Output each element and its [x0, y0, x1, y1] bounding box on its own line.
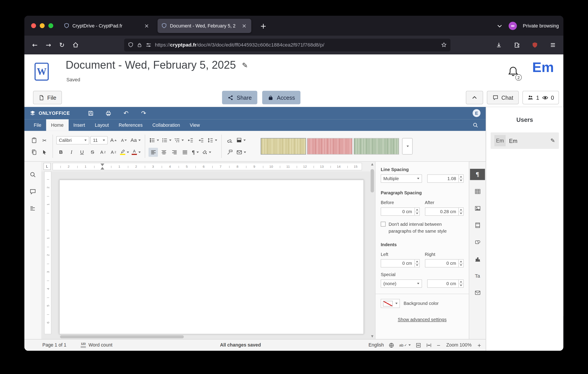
line-spacing-select[interactable]: Multiple [381, 174, 422, 183]
permissions-icon[interactable] [146, 42, 152, 48]
scroll-up-arrow[interactable]: ▲ [371, 162, 373, 166]
ublock-icon[interactable] [528, 39, 542, 52]
forward-icon[interactable]: → [42, 39, 55, 52]
underline-button[interactable]: U [77, 147, 87, 157]
justify-button[interactable] [180, 147, 189, 157]
tab-close-icon[interactable]: × [241, 22, 247, 29]
tracking-shield-icon[interactable] [128, 42, 133, 48]
cut-button[interactable]: ✂ [40, 135, 49, 145]
spellcheck-button[interactable]: ab ✓ [399, 343, 411, 347]
menu-tab-collaboration[interactable]: Collaboration [147, 119, 185, 131]
redo-icon[interactable]: ↷ [139, 109, 148, 118]
print-icon[interactable] [104, 109, 113, 118]
multilevel-list-button[interactable] [173, 135, 185, 145]
style-preview-heading[interactable] [354, 138, 399, 154]
indent-right-spinner[interactable]: 0 cm [425, 259, 463, 267]
editor-search-icon[interactable] [470, 119, 481, 131]
tab-cryptdrive[interactable]: CryptDrive - CryptPad.fr × [60, 19, 154, 33]
fit-width-button[interactable] [426, 342, 431, 348]
menu-tab-insert[interactable]: Insert [68, 119, 90, 131]
copy-button[interactable] [29, 147, 39, 157]
paragraph-shading-button[interactable] [201, 147, 212, 157]
edit-name-pencil-icon[interactable]: ✎ [550, 137, 555, 144]
list-tabs-chevron-icon[interactable] [496, 23, 503, 29]
globe-icon[interactable] [389, 342, 394, 348]
increase-font-button[interactable]: A [109, 135, 118, 145]
textart-settings-icon[interactable]: Ta [470, 270, 485, 281]
user-list-item[interactable]: Em Em ✎ [491, 133, 559, 149]
v-ruler[interactable]: 12123456 [44, 171, 51, 334]
special-indent-spinner[interactable]: 0 cm [427, 279, 463, 288]
h-ruler[interactable]: 12123456789101112131415 [52, 163, 362, 170]
line-spacing-button[interactable] [207, 135, 218, 145]
rename-pencil-icon[interactable]: ✎ [242, 61, 248, 69]
notifications-bell[interactable]: 2 [508, 66, 520, 79]
collapse-toolbar-button[interactable] [466, 91, 483, 104]
undo-icon[interactable]: ↶ [121, 109, 131, 118]
first-line-indent-marker[interactable] [101, 164, 104, 166]
horizontal-scroll-thumb[interactable] [60, 335, 184, 339]
page-indicator[interactable]: Page 1 of 1 [42, 343, 66, 348]
special-indent-select[interactable]: (none) [381, 279, 422, 288]
access-button[interactable]: Access [262, 91, 300, 104]
strikethrough-button[interactable]: S [88, 147, 97, 157]
show-advanced-settings-link[interactable]: Show advanced settings [381, 317, 463, 322]
change-case-button[interactable]: Aa [130, 135, 141, 145]
lock-icon[interactable] [137, 42, 142, 47]
menu-tab-view[interactable]: View [185, 119, 205, 131]
bookmark-star-icon[interactable] [441, 42, 447, 48]
superscript-button[interactable]: A2 [98, 147, 108, 157]
highlight-color-button[interactable] [119, 147, 130, 157]
clear-style-button[interactable] [225, 135, 234, 145]
no-interval-option[interactable]: Don't add interval between paragraphs of… [381, 221, 463, 234]
font-name-select[interactable]: Calibri [56, 136, 89, 144]
chart-settings-icon[interactable] [470, 253, 485, 265]
back-icon[interactable]: ← [28, 39, 42, 52]
zoom-in-button[interactable]: + [477, 342, 481, 348]
maximize-window-button[interactable] [48, 23, 53, 28]
decrease-font-button[interactable]: A [119, 135, 128, 145]
menu-tab-file[interactable]: File [29, 119, 46, 131]
downloads-icon[interactable] [492, 39, 505, 52]
tab-close-icon[interactable]: × [143, 22, 150, 29]
menu-tab-home[interactable]: Home [46, 119, 68, 131]
indent-left-spinner[interactable]: 0 cm [381, 259, 420, 267]
find-search-icon[interactable] [26, 169, 40, 180]
fit-page-button[interactable] [416, 342, 421, 348]
shape-settings-icon[interactable] [470, 236, 485, 248]
home-icon[interactable] [69, 39, 82, 52]
document-page[interactable] [59, 180, 364, 334]
paragraph-settings-icon[interactable]: ¶ [470, 169, 485, 180]
font-color-button[interactable]: A [131, 147, 141, 157]
left-indent-marker[interactable] [101, 167, 104, 169]
navigation-headings-icon[interactable] [26, 203, 40, 214]
menu-tab-layout[interactable]: Layout [90, 119, 114, 131]
vertical-scrollbar[interactable]: ▲ ▼ [370, 162, 375, 338]
style-preview-normal[interactable] [261, 138, 306, 154]
background-color-picker[interactable] [381, 299, 400, 308]
menu-tab-references[interactable]: References [114, 119, 147, 131]
paste-button[interactable] [29, 135, 39, 145]
minimize-window-button[interactable] [40, 23, 44, 28]
align-left-button[interactable] [148, 147, 158, 157]
table-settings-icon[interactable] [470, 186, 485, 197]
align-right-button[interactable] [169, 147, 179, 157]
user-avatar[interactable]: Em [532, 60, 554, 75]
url-bar[interactable]: https://cryptpad.fr/doc/#/3/doc/edit/ff0… [124, 39, 451, 52]
scroll-down-arrow[interactable]: ▼ [371, 334, 373, 338]
font-size-select[interactable]: 11 [90, 136, 108, 144]
comments-icon[interactable] [26, 186, 40, 197]
mail-merge-button[interactable] [235, 147, 247, 157]
presence-counts[interactable]: 1 0 [523, 91, 559, 104]
fill-color-button[interactable] [235, 135, 246, 145]
copy-style-button[interactable] [225, 147, 234, 157]
nonprinting-chars-button[interactable]: ¶ [190, 147, 200, 157]
no-interval-checkbox[interactable] [381, 222, 386, 227]
tabstop-selector[interactable]: L [43, 163, 51, 170]
horizontal-scrollbar[interactable] [44, 335, 368, 339]
menu-hamburger-icon[interactable] [546, 39, 560, 52]
mailmerge-settings-icon[interactable] [470, 287, 485, 298]
word-count-button[interactable]: 123 Word count [81, 343, 112, 348]
increase-indent-button[interactable] [196, 135, 205, 145]
numbered-list-button[interactable] [161, 135, 172, 145]
